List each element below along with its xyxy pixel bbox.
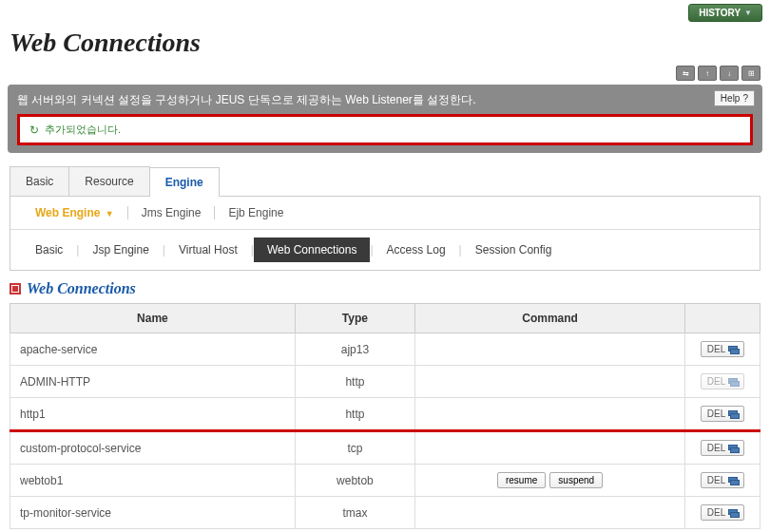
tabs-level3: Basic | Jsp Engine | Virtual Host | Web …: [10, 230, 760, 270]
cell-name[interactable]: ADMIN-HTTP: [10, 366, 296, 398]
help-icon: ?: [742, 93, 748, 104]
tab3-jsp-engine[interactable]: Jsp Engine: [79, 238, 162, 262]
delete-icon: [728, 346, 738, 353]
history-button[interactable]: HISTORY ▼: [688, 4, 762, 22]
col-command: Command: [415, 304, 685, 333]
cell-type: tcp: [295, 431, 414, 465]
tab3-web-connections[interactable]: Web Connections: [254, 238, 371, 262]
cell-actions: DEL: [685, 398, 760, 431]
cell-name[interactable]: tp-monitor-service: [10, 497, 296, 529]
cell-type: ajp13: [295, 333, 414, 366]
cell-actions: DEL: [685, 431, 760, 465]
delete-button: DEL: [701, 373, 744, 390]
cell-command: resumesuspend: [415, 465, 685, 497]
tab3-access-log[interactable]: Access Log: [374, 238, 459, 262]
section-header: Web Connections: [10, 280, 760, 297]
table-row: http1httpDEL: [10, 398, 760, 431]
delete-button[interactable]: DEL: [701, 472, 744, 488]
cell-command: [415, 333, 685, 366]
cell-actions: DEL: [685, 333, 760, 366]
tab-resource[interactable]: Resource: [68, 166, 149, 196]
cell-name[interactable]: http1: [10, 398, 296, 431]
table-row: custom-protocol-servicetcpDEL: [10, 431, 760, 465]
tab3-session-config[interactable]: Session Config: [462, 238, 566, 262]
table-row: webtob1webtobresumesuspendDEL: [10, 465, 760, 497]
export-icon-2[interactable]: ↑: [698, 66, 717, 81]
delete-button[interactable]: DEL: [701, 341, 744, 357]
history-label: HISTORY: [699, 8, 741, 18]
table-row: tp-monitor-servicetmaxDEL: [10, 497, 760, 529]
delete-icon: [728, 445, 738, 452]
refresh-icon: ↻: [29, 124, 39, 137]
table-row: ADMIN-HTTPhttpDEL: [10, 366, 760, 398]
description-bar: 웹 서버와의 커넥션 설정을 구성하거나 JEUS 단독으로 제공하는 Web …: [8, 85, 762, 153]
section-icon: [10, 283, 21, 294]
help-label: Help: [721, 93, 741, 104]
tab-web-engine[interactable]: Web Engine ▼: [22, 206, 128, 219]
tab-ejb-engine[interactable]: Ejb Engine: [215, 206, 297, 219]
cell-command: [415, 398, 685, 431]
section-title: Web Connections: [27, 280, 136, 297]
resume-button[interactable]: resume: [497, 472, 546, 488]
description-text: 웹 서버와의 커넥션 설정을 구성하거나 JEUS 단독으로 제공하는 Web …: [17, 93, 476, 106]
export-icon-4[interactable]: ⊞: [741, 66, 760, 81]
cell-command: [415, 366, 685, 398]
help-button[interactable]: Help ?: [714, 90, 755, 106]
cell-actions: DEL: [685, 465, 760, 497]
alert-message: 추가되었습니다.: [45, 123, 121, 137]
cell-type: webtob: [295, 465, 414, 497]
cell-command: [415, 497, 685, 529]
dropdown-icon: ▼: [106, 209, 114, 218]
cell-name[interactable]: custom-protocol-service: [10, 431, 296, 465]
delete-icon: [728, 477, 738, 484]
alert-box: ↻ 추가되었습니다.: [17, 114, 753, 145]
delete-icon: [728, 509, 738, 517]
cell-name[interactable]: apache-service: [10, 333, 296, 366]
col-name: Name: [10, 304, 296, 333]
tab-jms-engine[interactable]: Jms Engine: [128, 206, 216, 219]
delete-icon: [728, 378, 738, 386]
export-icon-1[interactable]: ⇆: [676, 66, 695, 81]
delete-button[interactable]: DEL: [701, 440, 744, 456]
delete-button[interactable]: DEL: [701, 504, 744, 521]
tab-basic[interactable]: Basic: [10, 166, 69, 196]
cell-actions: DEL: [685, 497, 760, 529]
tab3-basic[interactable]: Basic: [22, 238, 76, 262]
export-icon-3[interactable]: ↓: [720, 66, 739, 81]
cell-name[interactable]: webtob1: [10, 465, 296, 497]
tab-engine[interactable]: Engine: [149, 167, 220, 197]
cell-type: tmax: [295, 497, 414, 529]
delete-button[interactable]: DEL: [701, 406, 744, 422]
tab-label: Web Engine: [35, 206, 100, 219]
cell-type: http: [295, 398, 414, 431]
col-actions: [685, 304, 760, 333]
col-type: Type: [295, 304, 414, 333]
chevron-down-icon: ▼: [744, 9, 752, 17]
connections-table: Name Type Command apache-serviceajp13DEL…: [10, 303, 760, 529]
tabs-level2: Web Engine ▼ Jms Engine Ejb Engine: [10, 206, 760, 230]
table-row: apache-serviceajp13DEL: [10, 333, 760, 366]
page-title: Web Connections: [0, 26, 770, 66]
cell-command: [415, 431, 685, 465]
tab3-virtual-host[interactable]: Virtual Host: [165, 238, 251, 262]
cell-actions: DEL: [685, 366, 760, 398]
suspend-button[interactable]: suspend: [549, 472, 603, 488]
cell-type: http: [295, 366, 414, 398]
tabs-level1: Basic Resource Engine: [10, 166, 760, 197]
delete-icon: [728, 410, 738, 418]
